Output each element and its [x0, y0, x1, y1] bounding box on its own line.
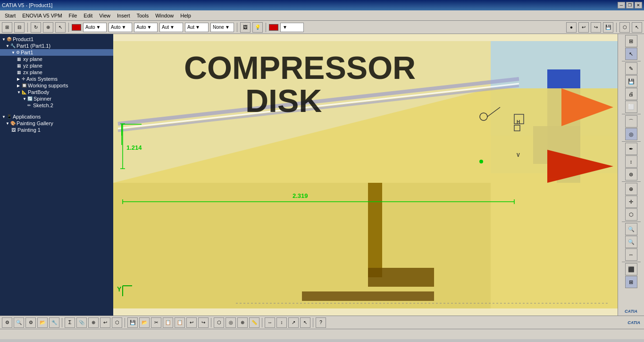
- bottom-paste-btn[interactable]: 📋: [175, 317, 185, 328]
- menu-tools[interactable]: Tools: [134, 12, 151, 19]
- menu-edit[interactable]: Edit: [81, 12, 95, 19]
- bottom-btn6[interactable]: Σ: [65, 317, 75, 328]
- menu-file[interactable]: File: [66, 12, 80, 19]
- dropdown-auto1[interactable]: Auto ▼: [83, 23, 107, 32]
- dropdown-none[interactable]: None ▼: [210, 23, 234, 32]
- rt-fit-btn[interactable]: ✎: [625, 62, 637, 75]
- dropdown-color2[interactable]: ▼: [280, 23, 304, 32]
- bottom-cut-btn[interactable]: ✂: [151, 317, 161, 328]
- rt-save-btn[interactable]: 💾: [625, 75, 637, 87]
- bottom-btn5[interactable]: 🔧: [49, 317, 59, 328]
- redo-btn[interactable]: ↪: [591, 22, 601, 33]
- dropdown-aut4[interactable]: Aut ▼: [159, 23, 183, 32]
- tree-item-sketch2[interactable]: ✏ Sketch.2: [0, 102, 113, 109]
- tree-item-partbody[interactable]: ▼ 📐 PartBody: [0, 89, 113, 95]
- undo-btn[interactable]: ↩: [578, 22, 589, 33]
- bottom-save-btn[interactable]: 💾: [127, 317, 138, 328]
- expand-icon-partbody[interactable]: ▼: [17, 90, 21, 94]
- bottom-render1-btn[interactable]: ⬡: [214, 317, 224, 328]
- rt-circle-btn[interactable]: ◎: [625, 128, 637, 140]
- rt-move-btn[interactable]: ⊕: [625, 183, 637, 195]
- tree-item-yzplane[interactable]: ▦ yz plane: [0, 62, 113, 69]
- bottom-copy-btn[interactable]: 📋: [163, 317, 173, 328]
- grid-btn1[interactable]: ⊞: [2, 22, 12, 33]
- bottom-help-btn[interactable]: ?: [316, 317, 326, 328]
- restore-button[interactable]: ❒: [626, 2, 634, 9]
- bottom-render2-btn[interactable]: ◎: [226, 317, 236, 328]
- menu-window[interactable]: Window: [152, 12, 176, 19]
- expand-icon[interactable]: ▼: [2, 37, 6, 42]
- bottom-undo-btn[interactable]: ↩: [186, 317, 197, 328]
- dropdown-auto2[interactable]: Auto ▼: [109, 23, 132, 32]
- bottom-btn10[interactable]: ⬡: [112, 317, 122, 328]
- rt-zoom-in-btn[interactable]: 🔍: [625, 223, 637, 235]
- render-btn2[interactable]: 💡: [252, 22, 263, 33]
- save-view-btn[interactable]: 💾: [603, 22, 613, 33]
- bottom-btn2[interactable]: 🔍: [14, 317, 24, 328]
- expand-icon-part1[interactable]: ▼: [6, 44, 9, 48]
- close-button[interactable]: ✕: [635, 2, 642, 9]
- bottom-btn3[interactable]: ⚙: [25, 317, 36, 328]
- tree-item-painting-gallery[interactable]: ▼ 🎨 Painting Gallery: [0, 120, 113, 127]
- viewport[interactable]: 1.214 2.319 Y COMPRESSOR DISK: [113, 34, 618, 316]
- tree-item-spinner[interactable]: ▼ 🔄 Spinner: [0, 95, 113, 102]
- expand-icon-apps[interactable]: ▼: [2, 115, 6, 119]
- tree-item-part1body[interactable]: ▼ ⚙ Part1: [0, 49, 113, 56]
- tree-item-product1[interactable]: ▼ 📦 Product1: [0, 36, 113, 43]
- rt-arc-btn[interactable]: ⌒: [625, 115, 637, 128]
- rt-zoom-out-btn[interactable]: 🔍: [625, 236, 637, 248]
- snap-btn[interactable]: ⊕: [43, 22, 53, 33]
- perspective-btn[interactable]: ⬡: [619, 22, 630, 33]
- menu-start[interactable]: Start: [2, 12, 18, 19]
- bottom-btn1[interactable]: ⚙: [2, 317, 12, 328]
- rt-select-all-btn[interactable]: ⬡: [625, 208, 637, 221]
- tree-item-applications[interactable]: ▼ 📱 Applications: [0, 113, 113, 120]
- cursor-btn[interactable]: ↖: [55, 22, 66, 33]
- bottom-open-btn[interactable]: 📂: [139, 317, 150, 328]
- dropdown-aut5[interactable]: Aut ▼: [185, 23, 209, 32]
- grid-btn2[interactable]: ⊟: [14, 22, 25, 33]
- rt-grid-btn[interactable]: ⊞: [625, 276, 637, 288]
- menu-enovia[interactable]: ENOVIA V5 VPM: [19, 12, 65, 19]
- rt-cursor-btn[interactable]: ↖: [625, 48, 637, 60]
- rt-print-btn[interactable]: 🖨: [625, 88, 637, 100]
- expand-icon-painting[interactable]: ▼: [6, 121, 9, 126]
- minimize-button[interactable]: ─: [618, 2, 625, 9]
- bottom-xform2-btn[interactable]: ↕: [276, 317, 287, 328]
- rotate-btn[interactable]: ↻: [31, 22, 41, 33]
- cursor-btn2[interactable]: ↖: [632, 22, 642, 33]
- render-btn1[interactable]: 🖼: [240, 22, 251, 33]
- bottom-redo-btn[interactable]: ↪: [198, 317, 209, 328]
- bottom-btn4[interactable]: 📂: [37, 317, 48, 328]
- menu-insert[interactable]: Insert: [114, 12, 133, 19]
- tree-item-painting1[interactable]: 🖼 Painting 1: [0, 127, 113, 133]
- bottom-btn7[interactable]: 📎: [76, 317, 87, 328]
- rt-window-btn[interactable]: ⬜: [625, 101, 637, 113]
- bottom-xform3-btn[interactable]: ↗: [288, 317, 299, 328]
- rt-snap-btn2[interactable]: ⊛: [625, 168, 637, 180]
- rt-properties-btn[interactable]: ⊞: [625, 35, 637, 47]
- bottom-btn9[interactable]: ↩: [100, 317, 110, 328]
- tree-item-part1[interactable]: ▼ 🔧 Part1 (Part1.1): [0, 43, 113, 49]
- tree-item-axis[interactable]: ▶ ✛ Axis Systems: [0, 76, 113, 82]
- bottom-btn8[interactable]: ⊕: [88, 317, 99, 328]
- dropdown-auto3[interactable]: Auto ▼: [134, 23, 158, 32]
- menu-help[interactable]: Help: [177, 12, 194, 19]
- tree-item-working[interactable]: ▶ 🔲 Working supports: [0, 82, 113, 89]
- tree-item-xyplane[interactable]: ▦ xy plane: [0, 56, 113, 62]
- rt-pen-btn[interactable]: ✒: [625, 143, 637, 155]
- color-picker2[interactable]: [269, 24, 278, 31]
- expand-icon-working[interactable]: ▶: [17, 84, 21, 88]
- expand-icon-axis[interactable]: ▶: [17, 77, 21, 81]
- bottom-xform1-btn[interactable]: ↔: [265, 317, 275, 328]
- bottom-measure-btn[interactable]: 📏: [249, 317, 259, 328]
- color-picker1[interactable]: [72, 24, 81, 31]
- rt-pan-btn[interactable]: ↔: [625, 248, 637, 261]
- rt-cross-btn[interactable]: ✛: [625, 196, 637, 208]
- rt-render-btn[interactable]: ⬛: [625, 263, 637, 275]
- bottom-render3-btn[interactable]: ⊕: [237, 317, 248, 328]
- expand-icon-spinner[interactable]: ▼: [23, 97, 26, 101]
- expand-icon-part1body[interactable]: ▼: [11, 51, 15, 55]
- view-btn1[interactable]: ●: [566, 22, 577, 33]
- menu-view[interactable]: View: [96, 12, 113, 19]
